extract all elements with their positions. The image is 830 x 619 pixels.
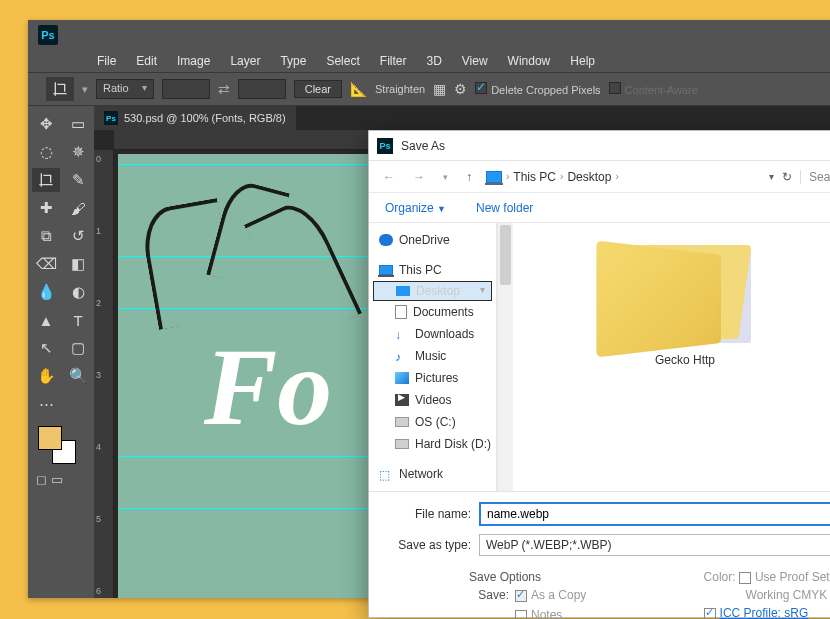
chevron-down-icon[interactable]: ▾	[769, 171, 774, 182]
menu-window[interactable]: Window	[499, 52, 560, 70]
as-copy-label: As a Copy	[531, 588, 586, 602]
ruler-tick: 6	[96, 586, 101, 596]
eyedropper-tool[interactable]: ✎	[64, 168, 92, 192]
menu-help[interactable]: Help	[561, 52, 604, 70]
grid-overlay-icon[interactable]: ▦	[433, 81, 446, 97]
file-list[interactable]: Gecko Http	[513, 223, 830, 491]
breadcrumb[interactable]: › This PC › Desktop ›	[486, 170, 619, 184]
tree-item-this-pc[interactable]: This PC	[373, 259, 492, 281]
tree-item-downloads[interactable]: ↓Downloads	[373, 323, 492, 345]
nav-back-icon[interactable]: ←	[379, 170, 399, 184]
crop-height-input[interactable]	[238, 79, 286, 99]
menu-view[interactable]: View	[453, 52, 497, 70]
color-label: Color:	[704, 570, 736, 584]
path-select-tool[interactable]: ↖	[32, 336, 60, 360]
zoom-tool[interactable]: 🔍	[64, 364, 92, 388]
swap-dimensions-icon[interactable]: ⇄	[218, 81, 230, 97]
ruler-vertical[interactable]: 0 1 2 3 4 5 6	[94, 150, 114, 598]
save-as-dialog: Ps Save As ← → ▾ ↑ › This PC › Desktop ›…	[368, 130, 830, 618]
organize-dropdown[interactable]: Organize ▼	[385, 201, 446, 215]
save-options: Save Options Save: As a Copy Notes Color…	[369, 568, 830, 619]
pen-tool[interactable]: ▲	[32, 308, 60, 332]
tree-item-hard-disk-d-[interactable]: Hard Disk (D:)	[373, 433, 492, 455]
content-aware-checkbox[interactable]: Content-Aware	[609, 82, 698, 96]
straighten-icon[interactable]: 📐	[350, 81, 367, 97]
clear-button[interactable]: Clear	[294, 80, 342, 98]
tree-item-videos[interactable]: Videos	[373, 389, 492, 411]
refresh-icon[interactable]: ↻	[782, 170, 792, 184]
proof-setup-label: Use Proof Setup	[755, 570, 830, 584]
rectangle-tool[interactable]: ▢	[64, 336, 92, 360]
move-tool[interactable]: ✥	[32, 112, 60, 136]
ratio-dropdown[interactable]: Ratio	[96, 79, 154, 99]
lasso-tool[interactable]: ◌	[32, 140, 60, 164]
save-type-label: Save as type:	[383, 538, 471, 552]
color-swatches[interactable]	[32, 420, 92, 468]
photoshop-window: Ps File Edit Image Layer Type Select Fil…	[28, 20, 830, 598]
delete-cropped-checkbox[interactable]: Delete Cropped Pixels	[475, 82, 600, 96]
gradient-tool[interactable]: ◧	[64, 252, 92, 276]
dialog-title: Save As	[401, 139, 445, 153]
ruler-tick: 2	[96, 298, 101, 308]
nav-tree: OneDriveThis PCDesktopDocuments↓Download…	[369, 223, 497, 491]
crop-tool-icon[interactable]	[46, 77, 74, 101]
notes-label: Notes	[531, 608, 562, 619]
ps-file-icon: Ps	[104, 111, 118, 125]
tree-item-pictures[interactable]: Pictures	[373, 367, 492, 389]
foreground-color-swatch[interactable]	[38, 426, 62, 450]
menu-edit[interactable]: Edit	[127, 52, 166, 70]
chevron-down-icon[interactable]: ▾	[82, 83, 88, 96]
icc-profile-checkbox[interactable]	[704, 608, 716, 619]
breadcrumb-segment[interactable]: Desktop	[567, 170, 611, 184]
nav-up-icon[interactable]: ↑	[462, 170, 476, 184]
menu-layer[interactable]: Layer	[221, 52, 269, 70]
dodge-tool[interactable]: ◐	[64, 280, 92, 304]
menu-select[interactable]: Select	[317, 52, 368, 70]
document-tab-label: 530.psd @ 100% (Fonts, RGB/8)	[124, 112, 286, 124]
tree-item-network[interactable]: ⬚Network	[373, 463, 492, 485]
proof-setup-checkbox[interactable]	[739, 572, 751, 584]
gear-icon[interactable]: ⚙	[454, 81, 467, 97]
breadcrumb-segment[interactable]: This PC	[513, 170, 556, 184]
dialog-titlebar[interactable]: Ps Save As	[369, 131, 830, 161]
eraser-tool[interactable]: ⌫	[32, 252, 60, 276]
edit-toolbar[interactable]: ⋯	[32, 392, 60, 416]
menu-filter[interactable]: Filter	[371, 52, 416, 70]
menu-image[interactable]: Image	[168, 52, 219, 70]
tree-item-os-c-[interactable]: OS (C:)	[373, 411, 492, 433]
type-tool[interactable]: T	[64, 308, 92, 332]
menu-type[interactable]: Type	[271, 52, 315, 70]
healing-brush-tool[interactable]: ✚	[32, 196, 60, 220]
brush-tool[interactable]: 🖌	[64, 196, 92, 220]
hand-tool[interactable]: ✋	[32, 364, 60, 388]
notes-checkbox[interactable]	[515, 610, 527, 619]
folder-icon[interactable]	[615, 237, 755, 347]
clone-stamp-tool[interactable]: ⧉	[32, 224, 60, 248]
crop-width-input[interactable]	[162, 79, 210, 99]
blur-tool[interactable]: 💧	[32, 280, 60, 304]
search-input[interactable]: Search	[800, 170, 830, 184]
file-name-input[interactable]	[479, 502, 830, 526]
marquee-tool[interactable]: ▭	[64, 112, 92, 136]
menu-3d[interactable]: 3D	[417, 52, 450, 70]
new-folder-button[interactable]: New folder	[476, 201, 533, 215]
magic-wand-tool[interactable]: ✵	[64, 140, 92, 164]
quick-mask-icon[interactable]: ◻	[36, 472, 47, 487]
tree-item-onedrive[interactable]: OneDrive	[373, 229, 492, 251]
menubar: File Edit Image Layer Type Select Filter…	[28, 50, 830, 72]
tree-item-documents[interactable]: Documents	[373, 301, 492, 323]
tree-item-desktop[interactable]: Desktop	[373, 281, 492, 301]
document-tab[interactable]: Ps 530.psd @ 100% (Fonts, RGB/8)	[94, 106, 296, 130]
save-type-dropdown[interactable]: WebP (*.WEBP;*.WBP)	[479, 534, 830, 556]
folder-item-label[interactable]: Gecko Http	[655, 353, 715, 367]
screen-mode-icon[interactable]: ▭	[51, 472, 63, 487]
history-brush-tool[interactable]: ↺	[64, 224, 92, 248]
menu-file[interactable]: File	[88, 52, 125, 70]
nav-forward-icon[interactable]: →	[409, 170, 429, 184]
tree-scrollbar[interactable]	[497, 223, 513, 491]
tree-item-music[interactable]: ♪Music	[373, 345, 492, 367]
as-copy-checkbox[interactable]	[515, 590, 527, 602]
chevron-down-icon[interactable]: ▾	[439, 172, 452, 182]
straighten-label: Straighten	[375, 83, 425, 95]
crop-tool[interactable]	[32, 168, 60, 192]
